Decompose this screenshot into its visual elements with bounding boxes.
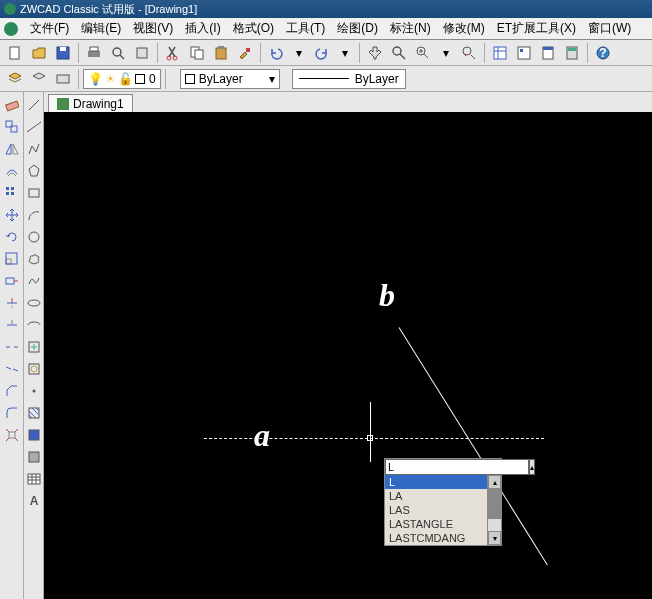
menu-file[interactable]: 文件(F): [24, 18, 75, 39]
app-menu-icon[interactable]: [4, 22, 18, 36]
open-button[interactable]: [28, 42, 50, 64]
redo-dropdown[interactable]: ▾: [335, 43, 355, 63]
scroll-thumb[interactable]: [488, 489, 501, 519]
redo-button[interactable]: [311, 42, 333, 64]
mtext-button[interactable]: A: [24, 491, 44, 511]
point-button[interactable]: [24, 381, 44, 401]
autocomplete-scrollbar[interactable]: ▴ ▾: [487, 475, 501, 545]
svg-line-55: [6, 429, 9, 432]
toolpalettes-button[interactable]: [537, 42, 559, 64]
paste-button[interactable]: [210, 42, 232, 64]
scroll-down-button[interactable]: ▾: [488, 531, 501, 545]
stretch-button[interactable]: [2, 271, 22, 291]
line-button[interactable]: [24, 95, 44, 115]
print-button[interactable]: [83, 42, 105, 64]
region-button[interactable]: [24, 447, 44, 467]
erase-button[interactable]: [2, 95, 22, 115]
mirror-button[interactable]: [2, 139, 22, 159]
extend-button[interactable]: [2, 315, 22, 335]
separator: [157, 43, 158, 63]
break-button[interactable]: [2, 337, 22, 357]
xline-button[interactable]: [24, 117, 44, 137]
menu-modify[interactable]: 修改(M): [437, 18, 491, 39]
insert-block-button[interactable]: [24, 337, 44, 357]
layer-manager-button[interactable]: [4, 68, 26, 90]
zoom-dropdown[interactable]: ▾: [436, 43, 456, 63]
autocomplete-toggle[interactable]: ▴: [529, 459, 535, 475]
preview-button[interactable]: [107, 42, 129, 64]
new-button[interactable]: [4, 42, 26, 64]
autocomplete-item[interactable]: LAS: [385, 503, 487, 517]
scroll-up-button[interactable]: ▴: [488, 475, 501, 489]
gradient-button[interactable]: [24, 425, 44, 445]
separator: [587, 43, 588, 63]
drawing-canvas[interactable]: a b ▴ L LA LAS LASTANGLE LASTCMDANG: [44, 112, 652, 599]
zoom-previous-button[interactable]: [458, 42, 480, 64]
zoom-window-button[interactable]: [412, 42, 434, 64]
autocomplete-item[interactable]: LASTCMDANG: [385, 531, 487, 545]
autocomplete-input[interactable]: [385, 459, 529, 475]
document-tab[interactable]: Drawing1: [48, 94, 133, 112]
rectangle-button[interactable]: [24, 183, 44, 203]
polyline-button[interactable]: [24, 139, 44, 159]
autocomplete-item[interactable]: L: [385, 475, 487, 489]
svg-rect-37: [6, 187, 9, 190]
spline-button[interactable]: [24, 271, 44, 291]
rotate-button[interactable]: [2, 227, 22, 247]
pan-button[interactable]: [364, 42, 386, 64]
undo-button[interactable]: [265, 42, 287, 64]
linetype-combo[interactable]: ByLayer: [292, 69, 406, 89]
menu-format[interactable]: 格式(O): [227, 18, 280, 39]
polygon-button[interactable]: [24, 161, 44, 181]
menu-draw[interactable]: 绘图(D): [331, 18, 384, 39]
document-icon: [57, 98, 69, 110]
layer-prev-button[interactable]: [28, 68, 50, 90]
layer-combo[interactable]: 💡 ☀ 🔓 0: [83, 69, 161, 89]
scale-button[interactable]: [2, 249, 22, 269]
make-block-button[interactable]: [24, 359, 44, 379]
menu-edit[interactable]: 编辑(E): [75, 18, 127, 39]
trim-button[interactable]: [2, 293, 22, 313]
matchprop-button[interactable]: [234, 42, 256, 64]
hatch-button[interactable]: [24, 403, 44, 423]
help-button[interactable]: ?: [592, 42, 614, 64]
svg-rect-22: [494, 47, 506, 59]
move-button[interactable]: [2, 205, 22, 225]
svg-line-57: [6, 438, 9, 441]
explode-button[interactable]: [2, 425, 22, 445]
chamfer-button[interactable]: [2, 381, 22, 401]
offset-button[interactable]: [2, 161, 22, 181]
table-button[interactable]: [24, 469, 44, 489]
layer-name: 0: [149, 72, 156, 86]
copy-obj-button[interactable]: [2, 117, 22, 137]
fillet-button[interactable]: [2, 403, 22, 423]
menu-view[interactable]: 视图(V): [127, 18, 179, 39]
color-combo[interactable]: ByLayer ▾: [180, 69, 280, 89]
array-button[interactable]: [2, 183, 22, 203]
menu-insert[interactable]: 插入(I): [179, 18, 226, 39]
ellipse-button[interactable]: [24, 293, 44, 313]
calculator-button[interactable]: [561, 42, 583, 64]
cut-button[interactable]: [162, 42, 184, 64]
designcenter-button[interactable]: [513, 42, 535, 64]
zoom-realtime-button[interactable]: [388, 42, 410, 64]
crosshair-pickbox: [367, 435, 373, 441]
undo-dropdown[interactable]: ▾: [289, 43, 309, 63]
publish-button[interactable]: [131, 42, 153, 64]
circle-button[interactable]: [24, 227, 44, 247]
properties-button[interactable]: [489, 42, 511, 64]
document-tab-label: Drawing1: [73, 97, 124, 111]
layer-states-button[interactable]: [52, 68, 74, 90]
join-button[interactable]: [2, 359, 22, 379]
menu-window[interactable]: 窗口(W): [582, 18, 637, 39]
arc-button[interactable]: [24, 205, 44, 225]
revcloud-button[interactable]: [24, 249, 44, 269]
menu-ettools[interactable]: ET扩展工具(X): [491, 18, 582, 39]
autocomplete-item[interactable]: LASTANGLE: [385, 517, 487, 531]
save-button[interactable]: [52, 42, 74, 64]
menu-dimension[interactable]: 标注(N): [384, 18, 437, 39]
ellipse-arc-button[interactable]: [24, 315, 44, 335]
copy-button[interactable]: [186, 42, 208, 64]
menu-tools[interactable]: 工具(T): [280, 18, 331, 39]
autocomplete-item[interactable]: LA: [385, 489, 487, 503]
